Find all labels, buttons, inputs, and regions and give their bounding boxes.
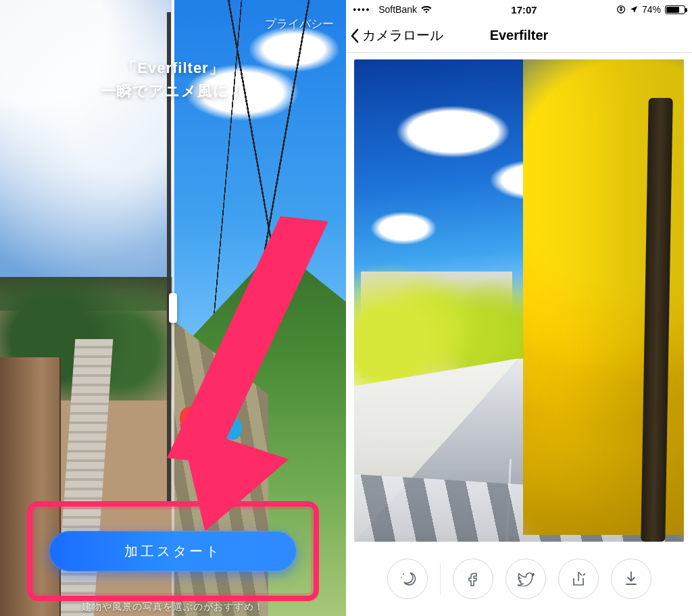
toolbar-divider (440, 563, 441, 595)
night-mode-button[interactable] (387, 559, 428, 599)
svg-rect-1 (620, 9, 622, 11)
privacy-link[interactable]: プライバシー (265, 16, 334, 32)
result-image[interactable] (354, 59, 684, 542)
welcome-title: 「Everfilter」 一瞬でアニメ風に！ (0, 58, 346, 101)
moon-stars-icon (399, 570, 416, 588)
welcome-title-line1: 「Everfilter」 (0, 58, 346, 78)
twitter-icon (517, 571, 535, 586)
battery-percent-label: 74% (642, 4, 661, 15)
start-button[interactable]: 加工スタート (49, 531, 297, 571)
svg-point-2 (403, 573, 404, 575)
location-icon (630, 5, 638, 14)
page-title: Everfilter (346, 28, 692, 43)
share-toolbar (346, 542, 692, 616)
facebook-icon (465, 571, 481, 587)
svg-point-3 (401, 577, 402, 578)
comparison-handle-icon[interactable] (169, 293, 177, 323)
facebook-share-button[interactable] (453, 559, 493, 599)
nav-bar: カメラロール Everfilter (346, 19, 692, 53)
clock-label: 17:07 (511, 4, 537, 16)
share-icon (570, 570, 587, 588)
battery-icon (665, 5, 685, 14)
welcome-subtitle: 建物や風景の写真を選ぶのがおすすめ！ (0, 601, 346, 613)
download-button[interactable] (611, 559, 651, 599)
carrier-label: SoftBank (378, 4, 417, 15)
status-bar: ●●●●○ SoftBank 17:07 74% (346, 0, 692, 19)
result-screen: ●●●●○ SoftBank 17:07 74% カ (346, 0, 692, 616)
balloons-decoration (180, 380, 261, 461)
download-icon (623, 570, 639, 588)
welcome-screen: プライバシー 「Everfilter」 一瞬でアニメ風に！ 加工スタート 建物や… (0, 0, 346, 616)
share-button[interactable] (558, 559, 599, 599)
rotation-lock-icon (616, 5, 626, 14)
signal-dots-icon: ●●●●○ (353, 6, 374, 13)
wifi-icon (421, 5, 432, 14)
welcome-title-line2: 一瞬でアニメ風に！ (0, 81, 346, 101)
twitter-share-button[interactable] (505, 559, 546, 599)
